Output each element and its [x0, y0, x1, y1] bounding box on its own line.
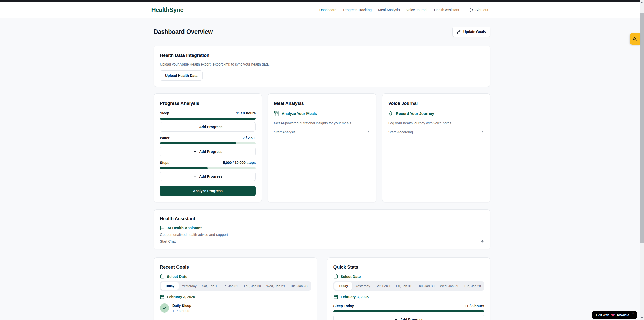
sleep-add-progress-button[interactable]: Add Progress: [160, 122, 256, 132]
voice-description: Log your health journey with voice notes: [388, 121, 484, 126]
water-progress-bar: [160, 142, 256, 144]
progress-analysis-card: Progress Analysis Sleep 11 / 8 hours Add…: [154, 93, 262, 202]
goal-value: 11 / 8 hours: [172, 309, 191, 313]
water-label: Water: [160, 135, 169, 140]
triangle-up-icon: [641, 2, 643, 3]
logout-icon: [469, 8, 473, 12]
stats-tab-thu-jan-30[interactable]: Thu, Jan 30: [415, 284, 437, 288]
stats-selected-date-label: February 3, 2025: [341, 295, 369, 299]
heart-icon: [611, 313, 615, 317]
goals-select-date-button[interactable]: Select Date: [160, 274, 311, 279]
steps-progress-bar: [160, 167, 256, 169]
goals-tab-fri-jan-31[interactable]: Fri, Jan 31: [220, 284, 240, 288]
sleep-today-value: 11 / 8 hours: [465, 303, 484, 308]
steps-value: 5,000 / 10,000 steps: [223, 160, 256, 165]
quick-stats-title: Quick Stats: [333, 264, 484, 271]
plus-icon: [394, 318, 398, 320]
steps-metric: Steps 5,000 / 10,000 steps Add Progress: [160, 160, 256, 181]
lovable-brand: lovable: [617, 313, 629, 317]
voice-title: Voice Journal: [388, 100, 484, 107]
sleep-metric: Sleep 11 / 8 hours Add Progress: [160, 111, 256, 132]
main-nav: Dashboard Progress Tracking Meal Analysi…: [319, 8, 488, 12]
calendar-icon: [333, 274, 338, 279]
stats-tab-fri-jan-31[interactable]: Fri, Jan 31: [394, 284, 414, 288]
goals-tab-wed-jan-29[interactable]: Wed, Jan 29: [264, 284, 287, 288]
calendar-icon: [160, 295, 164, 299]
goals-select-date-label: Select Date: [167, 274, 187, 279]
dashboard-page: Dashboard Overview Update Goals Health D…: [154, 0, 490, 320]
start-recording-action[interactable]: Start Recording: [388, 130, 484, 134]
progress-title: Progress Analysis: [160, 100, 256, 107]
goals-tab-thu-jan-30[interactable]: Thu, Jan 30: [241, 284, 263, 288]
add-progress-label: Add Progress: [199, 174, 222, 178]
recent-goals-card: Recent Goals Select Date Today Yesterday…: [154, 257, 317, 320]
microphone-icon: [388, 111, 393, 116]
arrow-right-icon: [480, 130, 484, 134]
meal-description: Get AI-powered nutritional insights for …: [274, 121, 370, 126]
triangle-down-icon: [641, 317, 643, 319]
stats-select-date-label: Select Date: [341, 274, 361, 279]
lovable-close-icon[interactable]: ×: [632, 312, 634, 315]
app-logo[interactable]: HealthSync: [151, 6, 184, 13]
nav-progress-tracking[interactable]: Progress Tracking: [343, 8, 372, 12]
side-panel-badge[interactable]: [630, 33, 640, 45]
water-value: 2 / 2.5 L: [243, 135, 256, 140]
start-analysis-action[interactable]: Start Analysis: [274, 130, 370, 134]
voice-journal-card: Voice Journal Record Your Journey Log yo…: [382, 93, 490, 202]
sleep-value: 11 / 8 hours: [236, 111, 256, 116]
arrow-right-icon: [366, 130, 370, 134]
upload-health-data-button[interactable]: Upload Health Data: [160, 70, 203, 81]
nav-dashboard[interactable]: Dashboard: [319, 8, 337, 12]
health-assistant-card: Health Assistant AI Health Assistant Get…: [154, 209, 490, 249]
analyze-your-meals-link[interactable]: Analyze Your Meals: [274, 111, 370, 116]
stats-tab-tue-jan-28[interactable]: Tue, Jan 28: [462, 284, 483, 288]
add-progress-label: Add Progress: [199, 150, 222, 154]
steps-add-progress-button[interactable]: Add Progress: [160, 172, 256, 181]
update-goals-label: Update Goals: [463, 30, 486, 34]
stats-select-date-button[interactable]: Select Date: [333, 274, 484, 279]
stats-tab-today[interactable]: Today: [334, 282, 352, 290]
start-recording-label: Start Recording: [388, 130, 413, 134]
sleep-today-progress-bar: [333, 310, 484, 312]
record-your-journey-label: Record Your Journey: [396, 111, 434, 116]
stats-add-progress-button[interactable]: Add Progress: [333, 315, 484, 320]
window-top-edge: [0, 0, 640, 2]
start-chat-action[interactable]: Start Chat: [160, 239, 484, 243]
scrollbar-down-button[interactable]: [640, 316, 644, 320]
stats-tab-wed-jan-29[interactable]: Wed, Jan 29: [438, 284, 461, 288]
goal-name: Daily Sleep: [172, 303, 191, 308]
nav-health-assistant[interactable]: Health Assistant: [434, 8, 459, 12]
add-progress-label: Add Progress: [400, 318, 423, 320]
goal-check-circle: [160, 303, 169, 313]
analyze-progress-button[interactable]: Analyze Progress: [160, 186, 256, 196]
water-add-progress-button[interactable]: Add Progress: [160, 147, 256, 156]
goals-tab-today[interactable]: Today: [161, 282, 179, 290]
health-data-integration-card: Health Data Integration Upload your Appl…: [154, 46, 490, 87]
goals-selected-date[interactable]: February 3, 2025: [160, 295, 311, 299]
goal-item-daily-sleep: Daily Sleep 11 / 8 hours: [160, 303, 311, 313]
assistant-description: Get personalized health advice and suppo…: [160, 232, 484, 237]
record-your-journey-link[interactable]: Record Your Journey: [388, 111, 484, 116]
update-goals-button[interactable]: Update Goals: [452, 27, 490, 37]
meal-title: Meal Analysis: [274, 100, 370, 107]
goals-tab-sat-feb-1[interactable]: Sat, Feb 1: [200, 284, 219, 288]
edit-with-lovable-badge[interactable]: Edit with lovable ×: [592, 311, 637, 319]
page-title: Dashboard Overview: [154, 28, 213, 35]
sleep-today-metric: Sleep Today 11 / 8 hours Add Progress: [333, 303, 484, 320]
stats-tab-sat-feb-1[interactable]: Sat, Feb 1: [373, 284, 393, 288]
lovable-prefix: Edit with: [596, 313, 609, 317]
sign-out-label: Sign out: [475, 8, 488, 12]
plus-icon: [193, 150, 197, 153]
ai-health-assistant-link[interactable]: AI Health Assistant: [160, 225, 484, 230]
goals-tab-tue-jan-28[interactable]: Tue, Jan 28: [288, 284, 310, 288]
stats-tab-yesterday[interactable]: Yesterday: [353, 284, 372, 288]
stats-selected-date[interactable]: February 3, 2025: [333, 295, 484, 299]
add-progress-label: Add Progress: [199, 125, 222, 129]
nav-meal-analysis[interactable]: Meal Analysis: [378, 8, 400, 12]
scrollbar-thumb[interactable]: [640, 13, 644, 243]
arrow-right-icon: [480, 239, 484, 243]
scrollbar-up-button[interactable]: [640, 0, 644, 4]
nav-voice-journal[interactable]: Voice Journal: [406, 8, 427, 12]
sign-out-button[interactable]: Sign out: [469, 8, 488, 12]
goals-tab-yesterday[interactable]: Yesterday: [180, 284, 199, 288]
